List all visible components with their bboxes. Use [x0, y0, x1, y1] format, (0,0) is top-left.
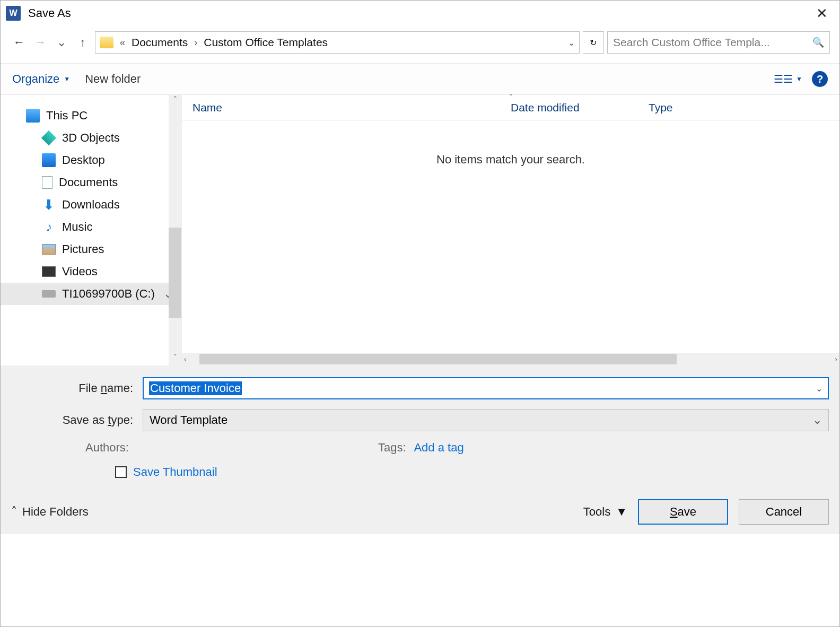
search-input[interactable]: Search Custom Office Templa... 🔍	[607, 31, 830, 54]
documents-icon	[42, 176, 52, 189]
list-view-icon: ☰☰	[774, 73, 793, 85]
title-bar: W Save As ✕	[1, 1, 839, 26]
tree-label: 3D Objects	[62, 131, 120, 145]
browser-area: This PC 3D Objects Desktop Documents ⬇ D…	[1, 95, 839, 365]
footer-row: ˄ Hide Folders Tools ▼ Save Cancel	[11, 499, 829, 525]
refresh-button[interactable]: ↻	[583, 31, 604, 54]
filetype-value: Word Template	[150, 413, 228, 427]
tree-label: TI10699700B (C:)	[62, 287, 155, 301]
hide-folders-label: Hide Folders	[22, 505, 89, 519]
download-icon: ⬇	[42, 198, 56, 212]
scrollbar-thumb[interactable]	[199, 354, 677, 364]
filename-input[interactable]: Customer Invoice ⌄	[143, 377, 829, 399]
chevron-down-icon: ▼	[64, 75, 70, 83]
breadcrumb-prefix-icon: «	[120, 37, 125, 48]
file-listing: ˄ Name Date modified Type No items match…	[182, 95, 839, 365]
scroll-down-icon[interactable]: ˅	[169, 353, 181, 365]
empty-message: No items match your search.	[182, 153, 839, 167]
metadata-row: Authors: Tags: Add a tag	[11, 441, 829, 455]
tree-label: Videos	[62, 265, 98, 278]
tree-node-downloads[interactable]: ⬇ Downloads	[1, 194, 181, 216]
filename-value: Customer Invoice	[149, 381, 242, 395]
tree-label: Music	[62, 220, 92, 234]
tree-label: Pictures	[62, 242, 104, 256]
filename-label: File name:	[11, 381, 133, 395]
col-type[interactable]: Type	[649, 101, 829, 114]
tree-label: Desktop	[62, 153, 105, 167]
chevron-down-icon: ▼	[616, 505, 627, 519]
chevron-right-icon[interactable]: ›	[194, 37, 197, 48]
sort-indicator-icon: ˄	[509, 93, 513, 101]
tree-node-desktop[interactable]: Desktop	[1, 149, 181, 171]
word-icon: W	[6, 6, 21, 21]
nav-up-button[interactable]: ↑	[74, 33, 92, 51]
file-hscrollbar[interactable]: ‹ ›	[182, 353, 839, 365]
tree-node-3d[interactable]: 3D Objects	[1, 127, 181, 149]
music-icon: ♪	[42, 220, 56, 234]
search-icon: 🔍	[812, 37, 824, 48]
tree-scrollbar[interactable]: ˄ ˅	[169, 95, 181, 365]
close-button[interactable]: ✕	[810, 5, 834, 22]
tools-label: Tools	[583, 505, 610, 519]
view-options-button[interactable]: ☰☰ ▼	[774, 73, 802, 85]
help-button[interactable]: ?	[812, 71, 828, 87]
hide-folders-toggle[interactable]: ˄ Hide Folders	[11, 505, 89, 519]
pc-icon	[26, 109, 40, 123]
new-folder-button[interactable]: New folder	[85, 72, 141, 86]
nav-recent-dropdown[interactable]: ⌄	[52, 33, 71, 51]
tree-node-thispc[interactable]: This PC	[1, 104, 181, 127]
bottom-panel: File name: Customer Invoice ⌄ Save as ty…	[1, 365, 839, 534]
tree-label: This PC	[46, 109, 88, 123]
organize-label: Organize	[12, 72, 59, 86]
window-title: Save As	[28, 6, 71, 20]
authors-label: Authors:	[85, 441, 129, 454]
col-date[interactable]: Date modified	[511, 101, 649, 114]
scroll-left-icon[interactable]: ‹	[184, 355, 187, 363]
desktop-icon	[42, 153, 56, 167]
tree-node-pictures[interactable]: Pictures	[1, 238, 181, 260]
tree-node-drive-c[interactable]: TI10699700B (C:) ⌄	[1, 283, 181, 305]
add-tag-link[interactable]: Add a tag	[414, 441, 463, 454]
tags-label: Tags:	[378, 441, 406, 454]
nav-forward-button[interactable]: →	[31, 33, 49, 51]
nav-row: ← → ⌄ ↑ « Documents › Custom Office Temp…	[1, 26, 839, 64]
cancel-button[interactable]: Cancel	[739, 499, 829, 525]
address-bar[interactable]: « Documents › Custom Office Templates ⌄	[95, 31, 580, 54]
pictures-icon	[42, 244, 56, 255]
tree-label: Documents	[59, 176, 118, 189]
chevron-down-icon: ⌄	[812, 413, 822, 427]
cube-icon	[41, 130, 56, 145]
chevron-down-icon[interactable]: ⌄	[816, 384, 822, 394]
folder-icon	[100, 37, 113, 48]
videos-icon	[42, 266, 56, 277]
breadcrumb-templates[interactable]: Custom Office Templates	[204, 36, 328, 49]
tree-node-videos[interactable]: Videos	[1, 260, 181, 283]
chevron-down-icon: ▼	[796, 75, 802, 83]
save-button[interactable]: Save	[638, 499, 728, 525]
scroll-up-icon[interactable]: ˄	[169, 95, 181, 108]
tree-node-documents[interactable]: Documents	[1, 171, 181, 194]
save-thumbnail-checkbox[interactable]	[115, 466, 127, 478]
chevron-up-icon: ˄	[11, 505, 17, 519]
breadcrumb-documents[interactable]: Documents	[132, 36, 188, 49]
tree-label: Downloads	[62, 198, 120, 212]
filetype-label: Save as type:	[11, 413, 133, 427]
tree-node-music[interactable]: ♪ Music	[1, 216, 181, 238]
nav-back-button[interactable]: ←	[10, 33, 28, 51]
folder-tree: This PC 3D Objects Desktop Documents ⬇ D…	[1, 95, 182, 365]
tools-menu[interactable]: Tools ▼	[583, 505, 627, 519]
scroll-right-icon[interactable]: ›	[835, 355, 837, 363]
address-expand[interactable]: ⌄	[568, 38, 575, 48]
save-thumbnail-label[interactable]: Save Thumbnail	[133, 465, 217, 479]
filetype-dropdown[interactable]: Word Template ⌄	[143, 409, 829, 431]
organize-menu[interactable]: Organize ▼	[12, 72, 70, 86]
toolbar: Organize ▼ New folder ☰☰ ▼ ?	[1, 64, 839, 95]
scrollbar-thumb[interactable]	[169, 228, 181, 318]
drive-icon	[42, 290, 56, 298]
col-name[interactable]: Name	[192, 101, 511, 114]
search-placeholder: Search Custom Office Templa...	[613, 36, 770, 49]
